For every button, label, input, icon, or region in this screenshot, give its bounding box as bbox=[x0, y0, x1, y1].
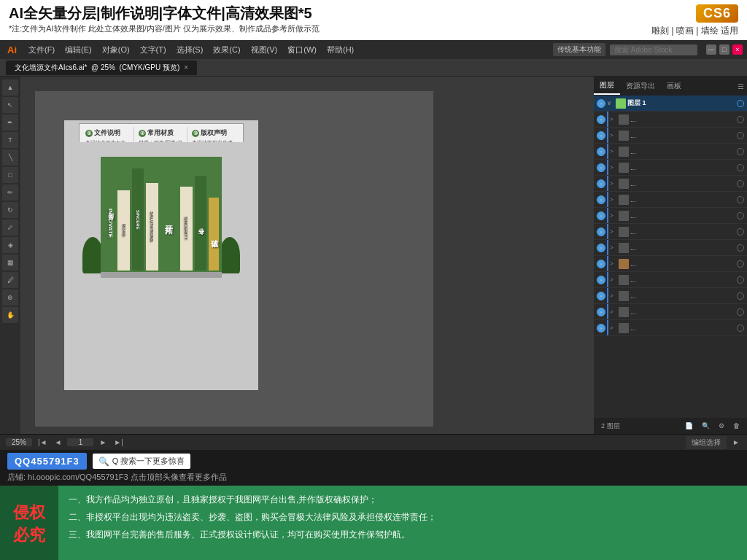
layer-row-7[interactable]: ● > ... bbox=[594, 224, 747, 240]
scroll-right-btn[interactable]: ► bbox=[731, 438, 741, 446]
layer-eye-7[interactable]: ● bbox=[597, 228, 605, 236]
close-button[interactable]: × bbox=[732, 44, 743, 55]
blend-tool[interactable]: ◈ bbox=[2, 237, 18, 253]
layer-expand-main[interactable]: ∨ bbox=[607, 100, 614, 106]
shop-link[interactable]: 店铺: hi.ooopic.com/QQ455791F3 点击顶部头像查看更多作… bbox=[7, 472, 740, 483]
tab-close-icon[interactable]: × bbox=[184, 63, 188, 71]
layer-blue-line-4 bbox=[607, 176, 608, 191]
tab-layers[interactable]: 图层 bbox=[594, 77, 620, 95]
menu-view[interactable]: 视图(V) bbox=[247, 43, 282, 57]
layer-row-1[interactable]: ● > ... bbox=[594, 128, 747, 144]
prev-btn[interactable]: ◄ bbox=[53, 438, 63, 446]
menu-window[interactable]: 窗口(W) bbox=[283, 43, 321, 57]
search-promo[interactable]: 🔍 Q 搜索一下更多惊喜 bbox=[93, 454, 191, 469]
layer-icon-8 bbox=[619, 243, 629, 253]
menu-file[interactable]: 文件(F) bbox=[24, 43, 59, 57]
title-block: AI全矢量分层|制作说明|字体文件|高清效果图*5 *注:文件为AI软件制作 此… bbox=[9, 4, 320, 34]
document-tab[interactable]: 文化墙源文件AIcs6.ai* @ 25% (CMYK/GPU 预览) × bbox=[6, 61, 197, 75]
minimize-button[interactable]: — bbox=[706, 44, 716, 55]
layer-eye-11[interactable]: ● bbox=[597, 292, 605, 300]
layer-row-4[interactable]: ● > ... bbox=[594, 176, 747, 192]
delete-layer-btn[interactable]: 🗑 bbox=[730, 421, 743, 431]
panel-text-2: ROAD bbox=[122, 224, 126, 237]
layer-icon-9 bbox=[619, 259, 629, 269]
layer-row-11[interactable]: ● > ... bbox=[594, 288, 747, 304]
layer-row-13[interactable]: ● > ... bbox=[594, 320, 747, 336]
qq-number[interactable]: QQ455791F3 bbox=[7, 453, 87, 470]
zoom-tool[interactable]: ⊕ bbox=[2, 289, 18, 306]
layer-arrow-2: > bbox=[610, 148, 617, 155]
layer-row-6[interactable]: ● > ... bbox=[594, 208, 747, 224]
page-input[interactable] bbox=[67, 438, 93, 446]
rect-tool[interactable]: □ bbox=[2, 167, 18, 183]
hand-tool[interactable]: ✋ bbox=[2, 307, 18, 323]
layer-row-0[interactable]: ● > ... bbox=[594, 112, 747, 128]
main-layer-row[interactable]: ● ∨ 图层 1 bbox=[594, 96, 747, 112]
line-tool[interactable]: ╲ bbox=[2, 149, 18, 166]
menu-object[interactable]: 对象(O) bbox=[98, 43, 134, 57]
new-layer-btn[interactable]: 📄 bbox=[682, 421, 696, 431]
maximize-button[interactable]: □ bbox=[719, 44, 729, 55]
layer-row-3[interactable]: ● > ... bbox=[594, 160, 747, 176]
action-label: 编组选择 bbox=[686, 436, 727, 449]
search-layer-btn[interactable]: 🔍 bbox=[699, 421, 713, 431]
tab-asset-export[interactable]: 资源导出 bbox=[620, 78, 661, 94]
layer-eye-12[interactable]: ● bbox=[597, 308, 605, 316]
layer-dot-6 bbox=[737, 212, 744, 219]
menu-effect[interactable]: 效果(C) bbox=[209, 43, 244, 57]
scale-tool[interactable]: ⤢ bbox=[2, 219, 18, 236]
layer-row-5[interactable]: ● > ... bbox=[594, 192, 747, 208]
layer-dot-main bbox=[737, 100, 744, 107]
badge-line2: 必究 bbox=[13, 524, 45, 547]
layer-blue-line-13 bbox=[607, 320, 608, 335]
next-btn[interactable]: ► bbox=[98, 438, 108, 446]
layer-eye-10[interactable]: ● bbox=[597, 276, 605, 284]
layer-row-10[interactable]: ● > ... bbox=[594, 272, 747, 288]
tab-artboards[interactable]: 画板 bbox=[661, 78, 687, 94]
direct-select-tool[interactable]: ↖ bbox=[2, 97, 18, 113]
layer-eye-8[interactable]: ● bbox=[597, 244, 605, 252]
layer-row-2[interactable]: ● > ... bbox=[594, 144, 747, 160]
gradient-tool[interactable]: ▦ bbox=[2, 254, 18, 271]
zoom-input[interactable] bbox=[6, 438, 32, 446]
footer-line-1: 一、我方作品均为独立原创，且独家授权于我图网平台出售,并作版权确权保护； bbox=[69, 493, 737, 506]
layer-row-9[interactable]: ● > ... bbox=[594, 256, 747, 272]
layer-eye-1[interactable]: ● bbox=[597, 131, 605, 140]
menu-edit[interactable]: 编辑(E) bbox=[61, 43, 96, 57]
layer-eye-0[interactable]: ● bbox=[597, 115, 605, 124]
tab-label: 文化墙源文件AIcs6.ai* @ 25% (CMYK/GPU 预览) bbox=[15, 63, 179, 73]
layer-name-11: ... bbox=[630, 292, 735, 300]
adobe-stock-search[interactable] bbox=[610, 44, 697, 55]
canvas-area: 多设图网 创新INNOVATE bbox=[20, 77, 594, 434]
layer-name-5: ... bbox=[630, 196, 735, 203]
panel-menu-icon[interactable]: ☰ bbox=[735, 79, 747, 93]
right-block: CS6 雕刻 | 喷画 | 墙绘 适用 bbox=[651, 4, 738, 37]
menu-help[interactable]: 帮助(H) bbox=[322, 43, 358, 57]
select-tool[interactable]: ▲ bbox=[2, 79, 18, 96]
layer-eye-9[interactable]: ● bbox=[597, 260, 605, 268]
brush-tool[interactable]: ✏ bbox=[2, 184, 18, 201]
rotate-tool[interactable]: ↻ bbox=[2, 202, 18, 218]
layer-row-12[interactable]: ● > ... bbox=[594, 304, 747, 320]
eyedropper-tool[interactable]: 🖉 bbox=[2, 272, 18, 288]
layer-eye-main[interactable]: ● bbox=[597, 99, 605, 108]
type-tool[interactable]: T bbox=[2, 132, 18, 148]
layer-name-9: ... bbox=[630, 260, 735, 268]
layer-eye-2[interactable]: ● bbox=[597, 147, 605, 156]
layer-blue-line-3 bbox=[607, 160, 608, 175]
next-page-btn[interactable]: ►| bbox=[112, 438, 125, 446]
layer-eye-3[interactable]: ● bbox=[597, 163, 605, 172]
menu-text[interactable]: 文字(T) bbox=[136, 43, 171, 57]
layer-icon-0 bbox=[619, 114, 629, 125]
layer-blue-line-11 bbox=[607, 288, 608, 303]
layer-settings-btn[interactable]: ⚙ bbox=[716, 421, 727, 431]
layer-eye-6[interactable]: ● bbox=[597, 211, 605, 220]
layer-eye-5[interactable]: ● bbox=[597, 195, 605, 204]
mode-button[interactable]: 传统基本功能 bbox=[553, 43, 605, 56]
pen-tool[interactable]: ✒ bbox=[2, 114, 18, 131]
menu-select[interactable]: 选择(S) bbox=[172, 43, 208, 57]
layer-eye-13[interactable]: ● bbox=[597, 324, 605, 332]
layer-eye-4[interactable]: ● bbox=[597, 179, 605, 188]
layer-row-8[interactable]: ● > ... bbox=[594, 240, 747, 256]
prev-page-btn[interactable]: |◄ bbox=[36, 438, 49, 446]
